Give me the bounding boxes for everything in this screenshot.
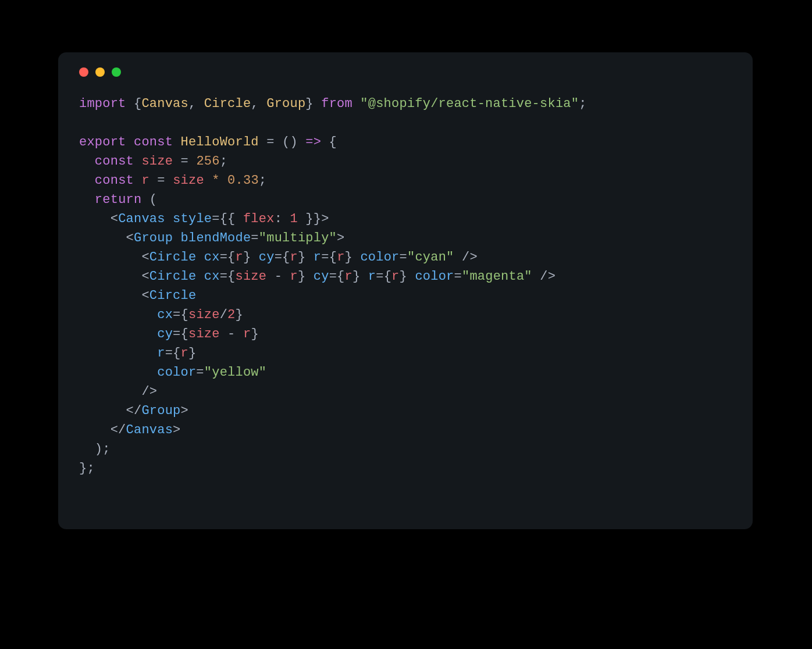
code-token: r bbox=[345, 269, 352, 284]
code-token: ={ bbox=[165, 346, 181, 361]
code-token: cy bbox=[314, 269, 329, 284]
code-token: r bbox=[337, 250, 344, 265]
code-token: > bbox=[337, 231, 344, 245]
code-token: ( bbox=[141, 192, 157, 207]
code-token: } bbox=[298, 269, 314, 284]
code-token: </ bbox=[79, 423, 126, 437]
code-token: ={ bbox=[275, 250, 290, 265]
code-token: < bbox=[79, 288, 149, 303]
code-token: } bbox=[251, 327, 258, 341]
code-token: ={{ bbox=[212, 212, 243, 226]
code-token: size bbox=[188, 308, 220, 322]
code-token: HelloWorld bbox=[181, 135, 259, 149]
code-block: import {Canvas, Circle, Group} from "@sh… bbox=[79, 94, 732, 478]
code-token: } bbox=[400, 269, 415, 284]
code-token: } bbox=[236, 308, 243, 322]
code-token: style bbox=[173, 212, 212, 226]
code-token: 256 bbox=[196, 154, 219, 169]
code-token: Canvas bbox=[118, 212, 165, 226]
code-token: - bbox=[266, 269, 290, 284]
code-token: r bbox=[290, 250, 298, 265]
code-token: return bbox=[95, 192, 142, 207]
code-token: = bbox=[149, 173, 173, 188]
code-token: } bbox=[345, 250, 361, 265]
code-token: } bbox=[243, 250, 259, 265]
traffic-lights bbox=[79, 67, 732, 77]
close-icon[interactable] bbox=[79, 67, 88, 77]
code-token: < bbox=[79, 231, 134, 245]
code-token: }}> bbox=[298, 212, 329, 226]
code-token: cx bbox=[157, 308, 173, 322]
code-token: } bbox=[352, 269, 368, 284]
code-token: import bbox=[79, 97, 134, 111]
code-token bbox=[79, 365, 157, 380]
code-token: ={ bbox=[329, 269, 345, 284]
code-token: r bbox=[314, 250, 321, 265]
code-token: ={ bbox=[376, 269, 391, 284]
code-token: cy bbox=[259, 250, 275, 265]
code-token: "yellow" bbox=[204, 365, 266, 380]
code-token: 0.33 bbox=[227, 173, 259, 188]
code-token bbox=[196, 250, 204, 265]
code-token bbox=[165, 212, 173, 226]
code-token: export bbox=[79, 135, 134, 149]
code-token: = bbox=[251, 231, 258, 245]
code-token: "magenta" bbox=[462, 269, 532, 284]
code-token: ={ bbox=[220, 269, 236, 284]
code-token: r bbox=[368, 269, 376, 284]
code-token: / bbox=[220, 308, 227, 322]
code-token: size bbox=[173, 173, 204, 188]
code-token: ={ bbox=[173, 327, 188, 341]
code-token: blendMode bbox=[181, 231, 251, 245]
code-token: color bbox=[415, 269, 454, 284]
code-token: , bbox=[251, 97, 266, 111]
code-token: const bbox=[134, 135, 181, 149]
code-token: ; bbox=[579, 97, 586, 111]
code-token: /> bbox=[79, 384, 157, 399]
code-token: color bbox=[360, 250, 399, 265]
code-token: - bbox=[220, 327, 243, 341]
code-token: = bbox=[454, 269, 462, 284]
code-token: "multiply" bbox=[259, 231, 337, 245]
code-token: ={ bbox=[173, 308, 188, 322]
code-token: Canvas bbox=[126, 423, 173, 437]
code-token: Group bbox=[141, 404, 180, 418]
code-token: < bbox=[79, 269, 149, 284]
code-token: const bbox=[95, 154, 142, 169]
code-token: r bbox=[141, 173, 149, 188]
code-token: Circle bbox=[149, 269, 197, 284]
code-token: cx bbox=[204, 250, 220, 265]
code-token: }; bbox=[79, 461, 95, 476]
code-token bbox=[79, 192, 95, 207]
code-token bbox=[79, 308, 157, 322]
code-token bbox=[79, 154, 95, 169]
zoom-icon[interactable] bbox=[112, 67, 121, 77]
code-token: r bbox=[290, 269, 298, 284]
code-token bbox=[196, 269, 204, 284]
code-token: Circle bbox=[204, 97, 251, 111]
code-token: from bbox=[321, 97, 360, 111]
minimize-icon[interactable] bbox=[95, 67, 105, 77]
code-token: Group bbox=[134, 231, 173, 245]
code-token: = () bbox=[259, 135, 306, 149]
code-token: < bbox=[79, 250, 149, 265]
code-token: ); bbox=[79, 442, 111, 457]
code-token: size bbox=[188, 327, 220, 341]
code-token bbox=[173, 231, 180, 245]
code-token: > bbox=[181, 404, 188, 418]
code-token: Group bbox=[266, 97, 305, 111]
code-token: Circle bbox=[149, 250, 197, 265]
code-token: => bbox=[305, 135, 321, 149]
code-token: ={ bbox=[321, 250, 337, 265]
code-token: ={ bbox=[220, 250, 236, 265]
code-token: r bbox=[181, 346, 188, 361]
code-token: 2 bbox=[227, 308, 235, 322]
code-token: r bbox=[236, 250, 243, 265]
code-token: /> bbox=[454, 250, 478, 265]
code-token: "cyan" bbox=[407, 250, 454, 265]
code-token: r bbox=[157, 346, 165, 361]
code-token: ; bbox=[259, 173, 266, 188]
code-token: } bbox=[305, 97, 321, 111]
code-token: { bbox=[134, 97, 141, 111]
code-token: "@shopify/react-native-skia" bbox=[360, 97, 579, 111]
